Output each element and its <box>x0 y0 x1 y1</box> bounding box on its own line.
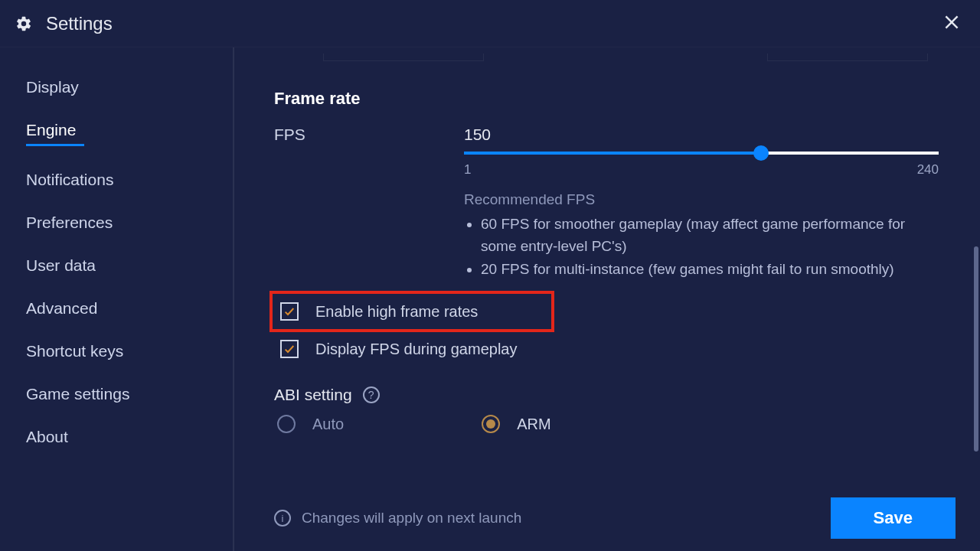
fps-slider[interactable] <box>464 152 939 155</box>
display-fps-row[interactable]: Display FPS during gameplay <box>274 335 940 363</box>
radio-icon[interactable] <box>277 415 296 433</box>
recommended-list: 60 FPS for smoother gameplay (may affect… <box>464 213 940 280</box>
settings-header: Settings <box>0 0 980 47</box>
close-icon[interactable] <box>942 12 962 35</box>
sidebar: Display Engine Notifications Preferences… <box>0 47 234 551</box>
abi-auto-label: Auto <box>312 416 344 433</box>
sidebar-item-display[interactable]: Display <box>26 66 233 109</box>
gear-icon <box>15 15 32 32</box>
sidebar-item-shortcut-keys[interactable]: Shortcut keys <box>26 330 233 373</box>
recommended-title: Recommended FPS <box>464 191 940 208</box>
abi-radio-auto[interactable]: Auto <box>277 415 344 433</box>
slider-thumb-icon[interactable] <box>753 145 769 161</box>
help-icon[interactable]: ? <box>363 386 380 403</box>
frame-rate-title: Frame rate <box>274 89 940 109</box>
abi-title: ABI setting <box>274 386 352 404</box>
display-fps-label: Display FPS during gameplay <box>315 341 517 358</box>
enable-high-fps-row[interactable]: Enable high frame rates <box>270 291 554 332</box>
save-button[interactable]: Save <box>831 497 956 539</box>
scrollbar[interactable] <box>974 246 978 452</box>
sidebar-item-notifications[interactable]: Notifications <box>26 158 233 201</box>
abi-radio-arm[interactable]: ARM <box>482 415 550 433</box>
slider-max: 240 <box>917 162 939 178</box>
rec-item: 20 FPS for multi-instance (few games mig… <box>481 258 940 280</box>
sidebar-item-engine[interactable]: Engine <box>26 109 233 158</box>
info-text: Changes will apply on next launch <box>302 510 521 527</box>
checkbox-icon[interactable] <box>280 340 299 358</box>
fps-value: 150 <box>464 126 940 144</box>
rec-item: 60 FPS for smoother gameplay (may affect… <box>481 213 940 258</box>
sidebar-item-advanced[interactable]: Advanced <box>26 287 233 330</box>
info-icon: i <box>274 510 291 527</box>
enable-high-fps-label: Enable high frame rates <box>315 303 478 321</box>
fps-label: FPS <box>274 126 464 144</box>
sidebar-item-preferences[interactable]: Preferences <box>26 201 233 244</box>
radio-icon[interactable] <box>482 415 500 433</box>
content-panel: Frame rate FPS 150 1 240 Recommended FPS… <box>234 47 980 551</box>
placeholder-box <box>767 54 928 61</box>
sidebar-item-about[interactable]: About <box>26 416 233 458</box>
sidebar-item-game-settings[interactable]: Game settings <box>26 373 233 416</box>
sidebar-item-user-data[interactable]: User data <box>26 244 233 287</box>
info-line: i Changes will apply on next launch <box>274 510 521 527</box>
checkbox-icon[interactable] <box>280 302 299 321</box>
abi-arm-label: ARM <box>517 416 550 433</box>
slider-min: 1 <box>464 162 471 178</box>
placeholder-box <box>323 54 484 61</box>
page-title: Settings <box>46 13 113 34</box>
